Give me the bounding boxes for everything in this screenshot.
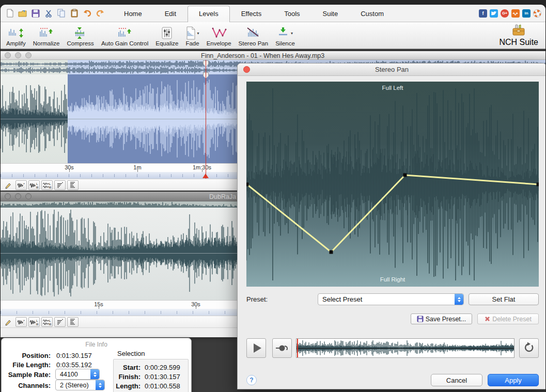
app-header: Home Edit Levels Effects Tools Suite Cus… [1, 5, 545, 22]
file-length-label: File Length: [2, 361, 51, 369]
selection-start-label: Start: [114, 364, 141, 371]
preset-label: Preset: [246, 295, 268, 303]
sample-rate-select[interactable]: 44100 [55, 369, 100, 380]
dialog-help-button[interactable]: ? [246, 375, 257, 385]
levels-ribbon: Amplify Normalize Compress Auto Gain Con… [1, 22, 545, 49]
file-length-value: 0:03:55.192 [56, 361, 92, 369]
scroll-ramp-button[interactable] [54, 180, 66, 190]
channels-label: Channels: [2, 382, 51, 389]
zoom-ramp-icon [69, 319, 76, 325]
draw-pencil-button[interactable] [3, 317, 14, 327]
tab-tools[interactable]: Tools [273, 6, 311, 22]
waveform-stereo-overlay-button[interactable]: LR [41, 317, 53, 327]
ribbon-button-fade[interactable]: ▾ Fade [182, 23, 202, 49]
selection-length-label: Length: [114, 382, 141, 390]
copy-icon[interactable] [56, 8, 67, 19]
preset-stepper[interactable] [455, 294, 463, 305]
open-file-icon[interactable] [18, 8, 28, 19]
svg-text:+: + [23, 319, 25, 322]
save-preset-button[interactable]: Save Preset... [411, 313, 472, 324]
zoom-ramp-icon [69, 182, 76, 189]
window1-titlebar[interactable]: Finn_Anderson - 01 - When Hes Away.mp3 [1, 51, 546, 60]
ribbon-button-silence[interactable]: ▾ Silence [272, 23, 299, 49]
tab-suite[interactable]: Suite [311, 6, 350, 22]
waveform-mono-button[interactable]: +- [15, 180, 27, 190]
window1-minimize-button[interactable] [15, 52, 21, 58]
facebook-icon[interactable]: f [479, 9, 487, 18]
paste-icon[interactable] [69, 8, 80, 19]
twitter-icon[interactable] [490, 9, 498, 18]
tab-levels[interactable]: Levels [188, 6, 230, 23]
ribbon-button-auto-gain-control[interactable]: Auto Gain Control [98, 23, 152, 49]
zoom-ramp-button[interactable] [67, 317, 79, 327]
svg-text:-: - [23, 322, 24, 325]
selection-groupbox: Start: 0:00:29.599 Finish: 0:01:30.157 L… [113, 359, 189, 392]
delete-preset-button[interactable]: Delete Preset [477, 313, 539, 324]
ribbon-button-amplify[interactable]: Amplify [3, 23, 29, 49]
new-file-icon[interactable] [5, 8, 15, 19]
help-lifebuoy-icon[interactable] [533, 9, 541, 18]
tab-custom[interactable]: Custom [349, 6, 395, 22]
tab-edit[interactable]: Edit [153, 6, 188, 22]
waveform-stereo-lr-button[interactable]: LR [28, 180, 40, 190]
waveform-stereo-overlay-button[interactable]: LR [41, 180, 53, 190]
delete-preset-x-icon [485, 316, 490, 322]
scroll-ramp-button[interactable] [54, 317, 66, 327]
dialog-close-button[interactable] [243, 66, 250, 73]
tab-effects[interactable]: Effects [230, 6, 273, 22]
waveform-mono-icon: +- [17, 319, 25, 325]
ribbon-button-envelope[interactable]: Envelope [203, 23, 235, 49]
window2-minimize-button[interactable] [15, 193, 21, 199]
quick-access-toolbar [5, 8, 105, 19]
envelope-handle[interactable] [330, 250, 333, 254]
fade-dropdown-caret[interactable]: ▾ [197, 31, 199, 36]
audio-wave-icon[interactable] [511, 9, 520, 18]
window1-cursor-line [206, 60, 206, 179]
svg-text:L: L [36, 182, 38, 185]
preview-waveform-box[interactable] [296, 338, 514, 358]
set-flat-button[interactable]: Set Flat [469, 293, 539, 305]
sample-rate-stepper[interactable] [90, 369, 99, 379]
channels-select[interactable]: 2 (Stereo) [55, 380, 105, 390]
preview-play-button[interactable] [246, 338, 266, 358]
waveform-stereo-overlay-icon: LR [42, 319, 52, 325]
window1-zoom-button[interactable] [25, 52, 32, 58]
ribbon-button-normalize[interactable]: Normalize [29, 23, 64, 49]
svg-text:R: R [49, 323, 52, 325]
ribbon-button-stereo-pan[interactable]: Stereo Pan [235, 23, 272, 49]
google-plus-icon[interactable]: G+ [501, 9, 509, 18]
envelope-handle[interactable] [246, 183, 249, 186]
draw-pencil-button[interactable] [3, 180, 14, 190]
reset-loop-button[interactable] [519, 338, 539, 358]
save-file-icon[interactable] [30, 8, 41, 19]
channels-stepper[interactable] [96, 380, 104, 390]
redo-icon[interactable] [95, 8, 105, 19]
apply-button[interactable]: Apply [488, 374, 539, 386]
cut-icon[interactable] [43, 8, 54, 19]
waveform-stereo-lr-icon: LR [29, 182, 39, 189]
envelope-handle[interactable] [403, 174, 407, 177]
window2-zoom-button[interactable] [25, 193, 32, 199]
draw-pencil-icon [4, 318, 12, 326]
nch-suite-button[interactable]: NCH Suite [495, 23, 542, 49]
waveform-mono-button[interactable]: +- [15, 317, 27, 327]
waveform-stereo-lr-button[interactable]: LR [28, 317, 40, 327]
envelope-handle[interactable] [537, 183, 539, 186]
tab-home[interactable]: Home [113, 6, 153, 22]
window1-title: Finn_Anderson - 01 - When Hes Away.mp3 [201, 52, 324, 59]
compress-icon [74, 26, 87, 40]
window2-close-button[interactable] [5, 193, 11, 199]
preset-select[interactable]: Select Preset [318, 293, 464, 305]
linkedin-icon[interactable]: in [522, 9, 531, 18]
dialog-titlebar[interactable]: Stereo Pan [238, 64, 546, 76]
pan-envelope-canvas[interactable]: Full Left Full Right [246, 82, 539, 287]
window1-close-button[interactable] [5, 52, 11, 58]
zoom-ramp-button[interactable] [67, 180, 79, 190]
silence-dropdown-caret[interactable]: ▾ [291, 31, 293, 36]
cancel-button[interactable]: Cancel [431, 374, 482, 386]
pan-envelope-curve[interactable] [246, 82, 539, 287]
ribbon-button-equalize[interactable]: Equalize [152, 23, 182, 49]
undo-icon[interactable] [82, 8, 92, 19]
play-from-cursor-button[interactable] [272, 338, 292, 358]
ribbon-button-compress[interactable]: Compress [63, 23, 97, 49]
